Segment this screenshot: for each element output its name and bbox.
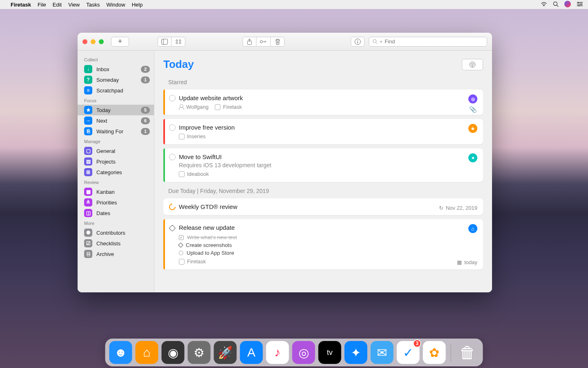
- repeat-info: ↻Nov 22, 2019: [439, 205, 477, 211]
- new-task-button[interactable]: +: [111, 37, 129, 47]
- traffic-lights: [82, 39, 104, 44]
- sidebar-item-label: Someday: [96, 77, 137, 83]
- view-mode-button[interactable]: [172, 37, 185, 47]
- subtask-marker[interactable]: [179, 251, 183, 255]
- task-checkbox[interactable]: [168, 202, 177, 212]
- svg-point-10: [176, 40, 178, 41]
- dock-launchpad[interactable]: 🚀: [214, 341, 237, 364]
- sidebar-item-dates[interactable]: ◫Dates: [78, 208, 154, 218]
- task-checkbox[interactable]: [169, 124, 176, 131]
- task-card[interactable]: Weekly GTD® review↻Nov 22, 2019: [163, 198, 483, 215]
- wifi-icon[interactable]: [541, 1, 547, 8]
- spotlight-icon[interactable]: [553, 1, 559, 8]
- task-checkbox[interactable]: [169, 95, 176, 101]
- dock-podcasts[interactable]: ◎: [292, 341, 315, 364]
- sidebar-item-next[interactable]: →Next6: [78, 115, 154, 126]
- sidebar-section-header: Review: [78, 177, 154, 186]
- menubar: Firetask File Edit View Tasks Window Hel…: [0, 0, 588, 9]
- sidebar-icon: ↓: [84, 65, 92, 73]
- search-field[interactable]: ▾: [369, 37, 487, 47]
- category-badge[interactable]: ★: [468, 124, 477, 133]
- sidebar-icon: ⊞: [84, 168, 92, 176]
- menu-help[interactable]: Help: [132, 2, 143, 8]
- svg-point-17: [357, 40, 358, 41]
- dock-finder[interactable]: ☻: [109, 341, 132, 364]
- sidebar-item-kanban[interactable]: ▦Kanban: [78, 186, 154, 197]
- subtask-marker[interactable]: ✓: [179, 235, 184, 240]
- task-card[interactable]: Improve free versionInseries★: [163, 119, 483, 144]
- sidebar-item-label: Waiting For: [96, 128, 137, 135]
- subtask[interactable]: Upload to App Store: [179, 250, 460, 256]
- sidebar-icon: ▤: [84, 157, 92, 166]
- sidebar-item-today[interactable]: ★Today5: [78, 105, 154, 115]
- sidebar-item-archive[interactable]: ⌸Archive: [78, 249, 154, 259]
- sidebar-item-scratchpad[interactable]: ≡Scratchpad: [78, 85, 154, 96]
- sidebar-toggle-button[interactable]: [158, 37, 172, 47]
- subtask-marker[interactable]: [178, 242, 183, 248]
- share-button[interactable]: [243, 37, 256, 47]
- task-checkbox[interactable]: [169, 225, 176, 232]
- menu-view[interactable]: View: [68, 2, 80, 8]
- menubar-app-name[interactable]: Firetask: [11, 2, 31, 8]
- menu-tasks[interactable]: Tasks: [86, 2, 100, 8]
- sidebar-item-general[interactable]: ▢General: [78, 146, 154, 156]
- sidebar-item-someday[interactable]: ?Someday1: [78, 74, 154, 85]
- menu-edit[interactable]: Edit: [53, 2, 62, 8]
- siri-icon[interactable]: [564, 1, 571, 9]
- move-button[interactable]: [256, 37, 271, 47]
- dock-music[interactable]: ♪: [266, 341, 289, 364]
- sidebar-section-header: More: [78, 218, 154, 227]
- task-card[interactable]: Move to SwiftUIRequires iOS 13 developme…: [163, 148, 483, 182]
- sidebar-item-priorities[interactable]: ≛Priorities: [78, 197, 154, 208]
- close-button[interactable]: [82, 39, 87, 44]
- dock-trash[interactable]: 🗑: [456, 341, 479, 364]
- sidebar-icon: ⚉: [84, 229, 92, 237]
- main-content: Today Starred Update website artworkWolf…: [154, 51, 492, 292]
- sidebar-icon: ⎘: [84, 127, 92, 135]
- category-badge[interactable]: ⌂: [468, 224, 477, 233]
- sidebar-item-label: Next: [96, 118, 137, 124]
- info-button[interactable]: [351, 37, 365, 47]
- project-icon: [179, 171, 185, 177]
- task-card[interactable]: Release new update✓Write what's new text…: [163, 219, 483, 269]
- dock-home[interactable]: ⌂: [136, 341, 158, 364]
- subtask[interactable]: ✓Write what's new text: [179, 234, 460, 240]
- dock-mail[interactable]: ✉: [371, 341, 394, 364]
- task-checkbox[interactable]: [169, 154, 176, 160]
- menu-window[interactable]: Window: [106, 2, 125, 8]
- maximize-button[interactable]: [99, 39, 104, 44]
- sidebar-badge: 1: [141, 76, 150, 83]
- attachment-icon[interactable]: 📎: [469, 106, 477, 113]
- control-center-icon[interactable]: [577, 1, 583, 8]
- subtask[interactable]: Create screenshots: [179, 242, 460, 248]
- sidebar-icon: →: [84, 117, 92, 125]
- dock-appstore[interactable]: A: [240, 341, 263, 364]
- search-input[interactable]: [385, 38, 483, 45]
- sidebar-item-waiting-for[interactable]: ⎘Waiting For1: [78, 126, 154, 137]
- category-badge[interactable]: ⊕: [468, 94, 477, 103]
- minimize-button[interactable]: [91, 39, 96, 44]
- dock-tv[interactable]: tv: [318, 341, 341, 364]
- sidebar-item-categories[interactable]: ⊞Categories: [78, 167, 154, 177]
- svg-line-20: [376, 43, 378, 44]
- menu-file[interactable]: File: [38, 2, 46, 8]
- sidebar-item-projects[interactable]: ▤Projects: [78, 156, 154, 167]
- dock-settings[interactable]: ⚙: [188, 341, 211, 364]
- sidebar-item-checklists[interactable]: ☑Checklists: [78, 238, 154, 249]
- filter-button[interactable]: [462, 59, 483, 70]
- trash-button[interactable]: [271, 37, 285, 47]
- sidebar-item-inbox[interactable]: ↓Inbox2: [78, 64, 154, 74]
- task-meta: Wolfgang Firetask: [179, 104, 460, 110]
- dock-things[interactable]: ✓3: [397, 341, 420, 364]
- subtask-label: Upload to App Store: [187, 250, 234, 256]
- dock-siri[interactable]: ◉: [162, 341, 185, 364]
- category-badge[interactable]: ✦: [468, 153, 477, 162]
- dock-photos[interactable]: ✿: [423, 341, 446, 364]
- sidebar-item-contributors[interactable]: ⚉Contributors: [78, 227, 154, 238]
- task-card[interactable]: Update website artworkWolfgang Firetask⊕…: [163, 90, 483, 115]
- sidebar-item-label: Scratchpad: [96, 88, 150, 94]
- dock-safari[interactable]: ✦: [345, 341, 368, 364]
- sidebar-icon: ▢: [84, 147, 92, 155]
- task-badges: ⌂: [468, 224, 477, 233]
- task-project: Inseries: [187, 133, 206, 139]
